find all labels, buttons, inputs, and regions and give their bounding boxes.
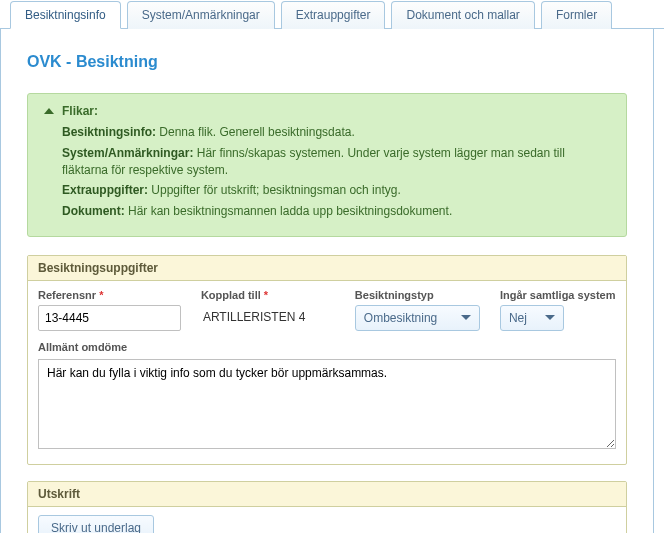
info-line-label: System/Anmärkningar: (62, 146, 193, 160)
app-root: Besiktningsinfo System/Anmärkningar Extr… (0, 0, 664, 533)
allmant-omdome-label: Allmänt omdöme (38, 341, 616, 353)
info-heading: Flikar: (62, 104, 98, 118)
info-line: Dokument: Här kan besiktningsmannen ladd… (62, 203, 610, 220)
section-body: Referensnr * Kopplad till * ARTILLERISTE… (28, 281, 626, 464)
section-utskrift: Utskrift Skriv ut underlag (27, 481, 627, 533)
besiktningstyp-value: Ombesiktning (364, 311, 437, 325)
info-header[interactable]: Flikar: (44, 104, 610, 118)
section-body: Skriv ut underlag (28, 507, 626, 533)
referensnr-input[interactable] (38, 305, 181, 331)
info-line-label: Extrauppgifter: (62, 183, 148, 197)
info-line: Besiktningsinfo: Denna flik. Generell be… (62, 124, 610, 141)
required-icon: * (99, 289, 103, 301)
tab-system-anmarkningar[interactable]: System/Anmärkningar (127, 1, 275, 29)
ingar-value: Nej (509, 311, 527, 325)
info-line-label: Besiktningsinfo: (62, 125, 156, 139)
info-line-text: Uppgifter för utskrift; besiktningsman o… (148, 183, 401, 197)
ingar-select[interactable]: Nej (500, 305, 564, 331)
page-title: OVK - Besiktning (27, 53, 627, 71)
field-referensnr: Referensnr * (38, 289, 181, 331)
info-line-label: Dokument: (62, 204, 125, 218)
info-line: Extrauppgifter: Uppgifter för utskrift; … (62, 182, 610, 199)
section-header: Besiktningsuppgifter (28, 256, 626, 281)
allmant-omdome-textarea[interactable] (38, 359, 616, 449)
chevron-down-icon (461, 315, 471, 320)
tab-extrauppgifter[interactable]: Extrauppgifter (281, 1, 386, 29)
referensnr-label: Referensnr * (38, 289, 181, 301)
tab-panel: OVK - Besiktning Flikar: Besiktningsinfo… (0, 29, 654, 533)
section-besiktningsuppgifter: Besiktningsuppgifter Referensnr * Koppla… (27, 255, 627, 465)
skriv-ut-underlag-button[interactable]: Skriv ut underlag (38, 515, 154, 533)
tab-formler[interactable]: Formler (541, 1, 612, 29)
field-kopplad-till: Kopplad till * ARTILLERISTEN 4 (201, 289, 335, 331)
tab-bar: Besiktningsinfo System/Anmärkningar Extr… (0, 0, 664, 29)
kopplad-value: ARTILLERISTEN 4 (201, 305, 335, 329)
besiktningstyp-select[interactable]: Ombesiktning (355, 305, 480, 331)
info-line-text: Här kan besiktningsmannen ladda upp besi… (125, 204, 453, 218)
required-icon: * (264, 289, 268, 301)
tab-besiktningsinfo[interactable]: Besiktningsinfo (10, 1, 121, 29)
info-line: System/Anmärkningar: Här finns/skapas sy… (62, 145, 610, 179)
info-line-text: Denna flik. Generell besiktningsdata. (156, 125, 355, 139)
tab-dokument-och-mallar[interactable]: Dokument och mallar (391, 1, 534, 29)
kopplad-label: Kopplad till * (201, 289, 335, 301)
chevron-down-icon (545, 315, 555, 320)
info-box: Flikar: Besiktningsinfo: Denna flik. Gen… (27, 93, 627, 237)
field-besiktningstyp: Besiktningstyp Ombesiktning (355, 289, 480, 331)
besiktningstyp-label: Besiktningstyp (355, 289, 480, 301)
ingar-label: Ingår samtliga system (500, 289, 616, 301)
collapse-up-icon (44, 108, 54, 114)
section-header: Utskrift (28, 482, 626, 507)
form-row: Referensnr * Kopplad till * ARTILLERISTE… (38, 289, 616, 331)
field-ingar-samtliga: Ingår samtliga system Nej (500, 289, 616, 331)
